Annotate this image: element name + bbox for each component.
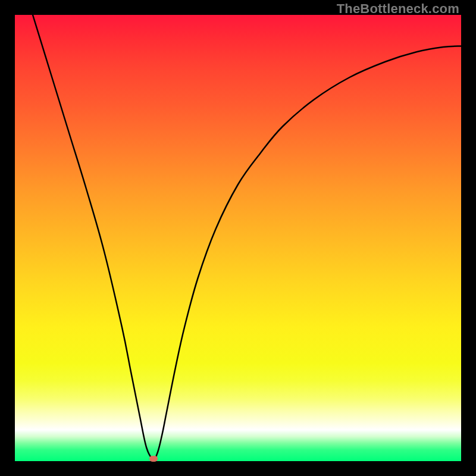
bottleneck-curve — [33, 15, 461, 459]
plot-area — [15, 15, 461, 461]
chart-container: TheBottleneck.com — [0, 0, 476, 476]
watermark-text: TheBottleneck.com — [337, 1, 459, 17]
optimum-marker — [149, 456, 158, 462]
curve-svg — [15, 15, 461, 461]
